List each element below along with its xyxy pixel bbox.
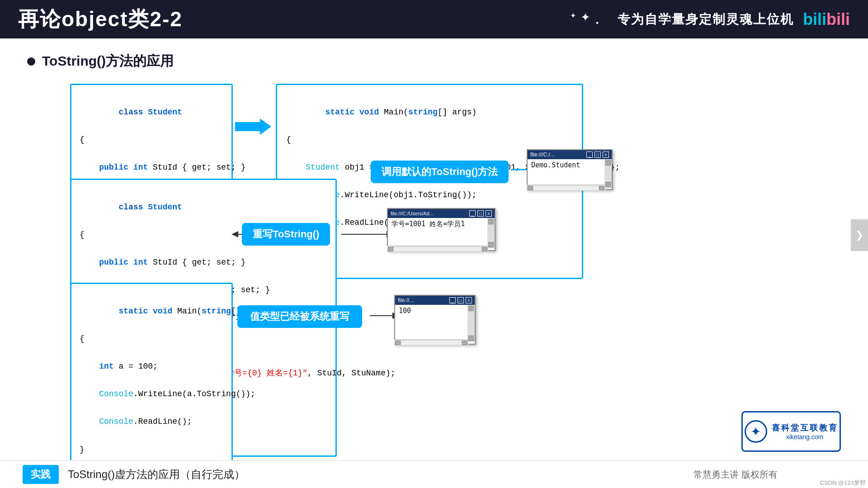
section-label: ToString()方法的应用 <box>42 52 174 71</box>
header: 再论object类2-2 ✦ ✦ ✦ 专为自学量身定制灵魂上位机 bilibil… <box>0 0 868 38</box>
code-text-4: static void Main(string[] args) { int a … <box>80 290 223 470</box>
scroll-up-1[interactable] <box>605 160 611 166</box>
star-icon-2: ✦ <box>580 10 590 24</box>
console-close-3[interactable]: × <box>466 297 472 303</box>
next-button[interactable]: ❯ <box>851 219 868 251</box>
label-override-tostring: 重写ToString() <box>242 223 330 246</box>
scrollbar-2[interactable] <box>487 218 495 248</box>
logo-cn: 喜科堂互联教育 <box>772 422 838 433</box>
hscroll-right-2[interactable] <box>482 247 487 251</box>
code-box-4: static void Main(string[] args) { int a … <box>70 283 233 478</box>
console-close-1[interactable]: × <box>603 152 609 158</box>
scrollbar-3[interactable] <box>467 305 475 342</box>
console-minimize-3[interactable]: _ <box>449 297 456 303</box>
console-content-1: Demo.Student <box>531 161 580 169</box>
console-minimize-2[interactable]: _ <box>469 210 476 217</box>
hscroll-right-3[interactable] <box>462 341 467 345</box>
logo-star-icon: ✦ <box>750 424 761 439</box>
hscroll-left-2[interactable] <box>388 247 393 251</box>
hscroll-left-1[interactable] <box>528 186 533 190</box>
logo-en: xiketang.com <box>772 433 838 441</box>
logo-text: 喜科堂互联教育 xiketang.com <box>772 422 838 441</box>
scroll-down-1[interactable] <box>605 182 611 187</box>
bullet-dot <box>27 57 35 66</box>
header-right: ✦ ✦ ✦ 专为自学量身定制灵魂上位机 bilibili <box>570 10 850 29</box>
console-window-2: file:///C:/Users/Ad... _ □ × 学号=1001 姓名=… <box>387 208 495 251</box>
label-value-type: 值类型已经被系统重写 <box>237 305 362 328</box>
console-title-1: file:///C:/... <box>530 152 555 158</box>
practice-tag: 实践 <box>23 465 59 484</box>
star-icon-1: ✦ <box>570 11 576 20</box>
console-controls-1: _ □ × <box>586 152 609 158</box>
svg-marker-0 <box>235 118 271 135</box>
xiketang-logo: ✦ 喜科堂互联教育 xiketang.com <box>741 411 841 452</box>
hscroll-track-2 <box>394 247 481 251</box>
copyright: 常慧勇主讲 版权所有 <box>693 469 778 481</box>
console-maximize-1[interactable]: □ <box>594 152 601 158</box>
console-body-1: Demo.Student <box>528 159 604 188</box>
scroll-down-2[interactable] <box>488 242 494 247</box>
console-minimize-1[interactable]: _ <box>586 152 593 158</box>
console-content-2: 学号=1001 姓名=学员1 <box>392 220 465 228</box>
arrow-1 <box>235 118 271 137</box>
next-icon: ❯ <box>855 229 863 241</box>
scroll-up-2[interactable] <box>488 219 494 224</box>
hscroll-right-1[interactable] <box>599 186 604 190</box>
bilibili-logo: bilibili <box>803 10 850 29</box>
console-close-2[interactable]: × <box>486 210 492 217</box>
console-titlebar-3: file://... _ □ × <box>395 296 475 305</box>
console-window-3: file://... _ □ × 100 <box>394 295 476 345</box>
practice-text: ToString()虚方法的应用（自行完成） <box>68 467 245 482</box>
scrollbar-1[interactable] <box>604 159 612 188</box>
console-title-2: file:///C:/Users/Ad... <box>391 211 434 216</box>
console-body-3: 100 <box>395 305 467 342</box>
console-maximize-3[interactable]: □ <box>458 297 464 303</box>
hscroll-win3[interactable] <box>394 339 468 346</box>
console-body-2: 学号=1001 姓名=学员1 <box>388 218 487 248</box>
hscroll-left-3[interactable] <box>395 341 401 345</box>
hscroll-win2[interactable] <box>387 246 488 252</box>
console-window-1: file:///C:/... _ □ × Demo.Student <box>527 149 613 190</box>
header-slogan: 专为自学量身定制灵魂上位机 <box>618 11 794 28</box>
section-title: ToString()方法的应用 <box>27 52 841 71</box>
watermark: CSDN @123梦野 <box>820 479 866 487</box>
hscroll-track-1 <box>534 186 598 190</box>
console-titlebar-2: file:///C:/Users/Ad... _ □ × <box>388 209 495 218</box>
console-maximize-2[interactable]: □ <box>477 210 484 217</box>
label-default-tostring: 调用默认的ToString()方法 <box>371 161 509 183</box>
star-icon-3: ✦ <box>595 20 599 26</box>
bottom-bar: 实践 ToString()虚方法的应用（自行完成） 常慧勇主讲 版权所有 <box>0 460 868 488</box>
main-content: ToString()方法的应用 class Student { public i… <box>0 38 868 488</box>
console-titlebar-1: file:///C:/... _ □ × <box>528 150 612 159</box>
page-title: 再论object类2-2 <box>18 5 183 33</box>
console-content-3: 100 <box>399 307 411 315</box>
console-controls-2: _ □ × <box>469 210 492 217</box>
console-title-3: file://... <box>398 297 414 303</box>
svg-marker-4 <box>231 231 238 237</box>
scroll-down-3[interactable] <box>468 336 474 341</box>
console-controls-3: _ □ × <box>449 297 472 303</box>
scroll-up-3[interactable] <box>468 306 474 311</box>
hscroll-track-3 <box>401 341 461 345</box>
hscroll-win1[interactable] <box>527 185 605 191</box>
logo-star-wrapper: ✦ <box>745 420 767 443</box>
